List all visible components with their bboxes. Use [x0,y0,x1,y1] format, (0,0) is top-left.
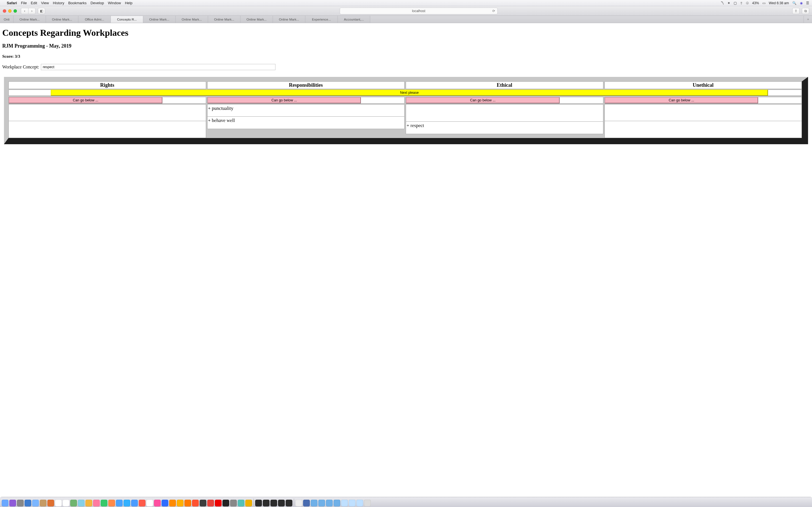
dock-app-icon[interactable] [2,500,8,506]
dock-app-icon[interactable] [93,500,100,506]
browser-tab[interactable]: Concepts R... [111,16,143,23]
show-tabs-button[interactable]: ⧉ [802,8,809,14]
cell-rights-0[interactable] [8,104,206,121]
browser-tab[interactable]: Online Mark... [143,16,175,23]
cell-resp-1[interactable]: + behave well [207,117,405,129]
menu-view[interactable]: View [41,1,49,5]
dock-app-icon[interactable] [270,500,277,506]
new-tab-button[interactable]: ＋ [804,16,812,23]
cell-resp-0[interactable]: + punctuality [207,104,405,117]
siri-icon[interactable]: ◉ [800,1,803,5]
cell-ethical-0[interactable] [406,104,603,122]
dock-app-icon[interactable] [123,500,130,506]
browser-tab[interactable]: Office Admi... [79,16,111,23]
window-zoom-button[interactable] [13,9,17,13]
reload-icon[interactable]: ⟳ [492,9,495,13]
dock-app-icon[interactable] [215,500,221,506]
menu-window[interactable]: Window [108,1,121,5]
sidebar-toggle-button[interactable]: ◧ [38,8,45,14]
menu-bookmarks[interactable]: Bookmarks [68,1,87,5]
dock-app-icon[interactable] [17,500,24,506]
dock-app-icon[interactable] [207,500,214,506]
dock-app-icon[interactable] [63,500,69,506]
menu-edit[interactable]: Edit [31,1,37,5]
dock-app-icon[interactable] [101,500,107,506]
dock-app-icon[interactable] [161,500,168,506]
next-button[interactable]: Next please [51,90,768,96]
cell-rights-1[interactable] [8,121,206,138]
cell-ethical-1[interactable]: + respect [406,122,603,134]
dock-app-icon[interactable] [303,500,310,506]
dock-app-icon[interactable] [200,500,206,506]
dock-app-icon[interactable] [139,500,146,506]
window-minimize-button[interactable] [8,9,11,13]
dock-app-icon[interactable] [192,500,199,506]
airplay-icon[interactable]: ▢ [733,1,737,5]
browser-tab[interactable]: Online Mark... [175,16,208,23]
cell-unethical-1[interactable] [605,121,802,138]
dock-app-icon[interactable] [341,500,348,506]
share-button[interactable]: ⇪ [792,8,800,14]
dock-app-icon[interactable] [55,500,62,506]
dock-app-icon[interactable] [286,500,292,506]
dock-app-icon[interactable] [349,500,356,506]
dock-app-icon[interactable] [245,500,252,506]
menu-file[interactable]: File [21,1,27,5]
menu-help[interactable]: Help [125,1,133,5]
dock-app-icon[interactable] [40,500,47,506]
cell-unethical-0[interactable] [605,104,802,121]
dropzone-responsibilities[interactable]: Can go below ... [207,97,361,103]
dock-app-icon[interactable] [169,500,176,506]
dock-app-icon[interactable] [222,500,229,506]
dock-app-icon[interactable] [255,500,262,506]
address-bar[interactable]: localhost ⟳ [340,8,498,14]
menubar-status-icon[interactable]: ✶ [727,1,730,5]
menu-develop[interactable]: Develop [91,1,104,5]
notification-center-icon[interactable]: ☰ [806,1,809,5]
dock-app-icon[interactable] [326,500,333,506]
dock-app-icon[interactable] [146,500,153,506]
dock-app-icon[interactable] [86,500,92,506]
dock-app-icon[interactable] [238,500,245,506]
dropzone-unethical[interactable]: Can go below ... [605,97,758,103]
dock-app-icon[interactable] [116,500,123,506]
dock-app-icon[interactable] [154,500,161,506]
browser-tab[interactable]: Accountant,... [338,16,370,23]
browser-tab[interactable]: Online Mark... [241,16,273,23]
dock-app-icon[interactable] [47,500,54,506]
dock-app-icon[interactable] [318,500,325,506]
browser-tab[interactable]: Online Mark... [13,16,46,23]
forward-button[interactable]: › [28,8,36,14]
dock-app-icon[interactable] [78,500,85,506]
dock-app-icon[interactable] [278,500,285,506]
spotlight-icon[interactable]: 🔍 [792,1,797,5]
window-close-button[interactable] [3,9,6,13]
wifi-icon[interactable]: ⦾ [746,1,749,5]
dock-app-icon[interactable] [263,500,269,506]
battery-icon[interactable]: ▭ [762,1,765,5]
dock-app-icon[interactable] [185,500,191,506]
back-button[interactable]: ‹ [21,8,28,14]
dock-app-icon[interactable] [9,500,16,506]
browser-tab[interactable]: Experience... [305,16,338,23]
menubar-status-icon[interactable]: 〽︎ [721,1,724,5]
browser-tab[interactable]: Online Mark... [208,16,241,23]
browser-tab[interactable]: Onli [0,16,13,23]
dock-app-icon[interactable] [177,500,184,506]
concept-input[interactable] [41,64,275,70]
browser-tab[interactable]: Online Mark... [46,16,79,23]
browser-tab[interactable]: Online Mark... [273,16,305,23]
menu-history[interactable]: History [53,1,64,5]
dock-app-icon[interactable] [311,500,317,506]
dropzone-ethical[interactable]: Can go below ... [406,97,560,103]
bluetooth-icon[interactable]: ⚵ [740,1,743,5]
dock-app-icon[interactable] [230,500,237,506]
dock-app-icon[interactable] [24,500,31,506]
dock-app-icon[interactable] [32,500,39,506]
dock-app-icon[interactable] [70,500,77,506]
dock-app-icon[interactable] [334,500,340,506]
dock-app-icon[interactable] [131,500,138,506]
dock-app-icon[interactable] [296,500,302,506]
dropzone-rights[interactable]: Can go below ... [9,97,162,103]
dock-app-icon[interactable] [356,500,363,506]
